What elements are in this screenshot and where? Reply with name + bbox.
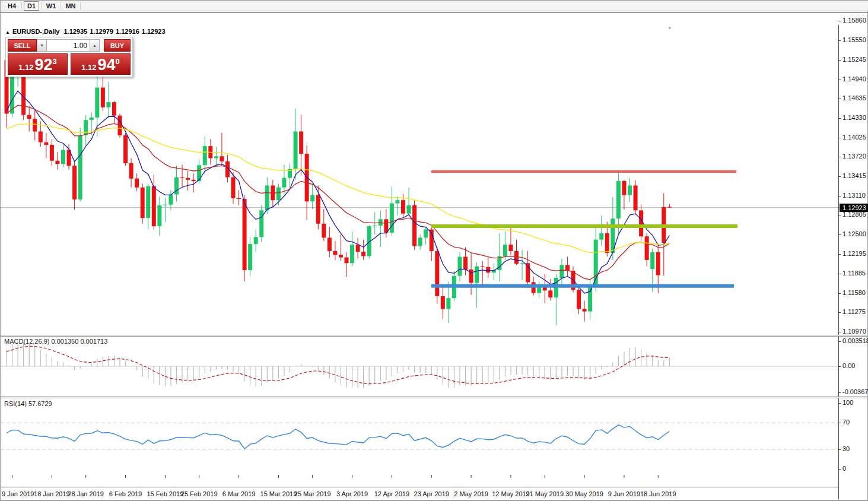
- macd-pane-splitter[interactable]: [1, 335, 867, 337]
- date-axis-label: 28 Jan 2019: [68, 490, 104, 497]
- buy-price-button[interactable]: 1.12 94 0: [71, 53, 131, 75]
- timeframe-button-d1[interactable]: D1: [24, 1, 39, 11]
- toolbar-separator: [2, 2, 2, 9]
- axis-tick: [838, 332, 841, 332]
- axis-tick: [838, 138, 841, 138]
- ohlc-high: 1.12979: [90, 28, 113, 35]
- price-axis-label: 1.14940: [842, 75, 866, 83]
- date-axis-label: 18 Jan 2019: [34, 490, 70, 497]
- price-axis-label: 1.15860: [842, 17, 866, 24]
- price-axis-label: 1.12500: [842, 230, 866, 237]
- price-axis-label: 1.13110: [842, 192, 866, 199]
- axis-tick: [838, 312, 841, 313]
- date-axis-label: 21 May 2019: [526, 490, 564, 497]
- axis-tick: [838, 366, 841, 367]
- axis-tick: [838, 196, 841, 196]
- price-axis-label: 1.11580: [842, 289, 866, 296]
- chart-shift-marker-icon[interactable]: ▼: [667, 26, 672, 31]
- axis-tick: [838, 234, 841, 235]
- date-axis-label: 6 Mar 2019: [222, 490, 256, 497]
- rsi-axis-label: 100: [842, 399, 853, 406]
- price-axis-label: 1.14635: [842, 94, 866, 102]
- sell-price-button[interactable]: 1.12 92 3: [8, 53, 68, 75]
- timeframe-button-w1[interactable]: W1: [43, 1, 59, 11]
- buy-price-pip: 0: [116, 57, 120, 66]
- ohlc-open: 1.12935: [63, 28, 87, 35]
- volume-input[interactable]: [47, 39, 90, 52]
- axis-tick: [838, 215, 841, 215]
- rsi-axis-label: 70: [842, 418, 850, 426]
- macd-axis-label: -0.00367: [842, 388, 868, 395]
- timeframe-toolbar: H4D1W1MN: [1, 1, 868, 11]
- price-axis-label: 1.15245: [842, 56, 866, 63]
- sell-price-prefix: 1.12: [18, 62, 33, 73]
- date-axis-label: 25 Mar 2019: [294, 490, 331, 497]
- price-axis-label: 1.14025: [842, 134, 866, 141]
- price-axis-line: [838, 25, 839, 499]
- date-axis-label: 12 May 2019: [492, 490, 530, 497]
- price-axis-label: 1.14330: [842, 114, 866, 121]
- rsi-label: RSI(14) 57.6729: [4, 400, 52, 407]
- date-axis-label: 12 Apr 2019: [374, 490, 409, 497]
- buy-price-prefix: 1.12: [81, 62, 96, 73]
- volume-decrease-button[interactable]: ▼: [37, 39, 47, 52]
- macd-axis-label: 0.00: [842, 362, 855, 369]
- toolbar-separator: [61, 2, 61, 9]
- axis-tick: [838, 40, 841, 41]
- axis-tick: [838, 293, 841, 294]
- date-axis-label: 15 Feb 2019: [147, 490, 184, 497]
- macd-axis-label: 0.003518: [842, 337, 868, 344]
- date-axis-label: 23 Apr 2019: [414, 490, 449, 497]
- sell-price-big: 92: [35, 58, 53, 73]
- price-axis-label: 1.13415: [842, 172, 866, 179]
- buy-price-big: 94: [98, 58, 116, 73]
- date-axis[interactable]: 9 Jan 201918 Jan 201928 Jan 20196 Feb 20…: [1, 487, 838, 499]
- axis-tick: [838, 392, 841, 393]
- sell-button[interactable]: SELL: [8, 39, 37, 52]
- date-axis-label: 30 May 2019: [565, 490, 603, 497]
- rsi-axis-label: 30: [842, 445, 850, 452]
- toolbar-separator: [80, 2, 81, 9]
- axis-tick: [838, 99, 841, 99]
- axis-tick: [838, 469, 841, 470]
- symbol-label: EURUSD-,Daily: [12, 28, 59, 35]
- sell-price-pip: 3: [53, 57, 57, 66]
- price-axis-label: 1.13720: [842, 153, 866, 160]
- timeframe-button-h4[interactable]: H4: [4, 1, 20, 11]
- macd-label: MACD(12,26,9) 0.001350 0.001713: [4, 338, 107, 345]
- ohlc-close: 1.12923: [142, 28, 166, 35]
- date-axis-label: 25 Feb 2019: [181, 490, 218, 497]
- price-axis-label: 1.12195: [842, 250, 866, 257]
- axis-tick: [838, 403, 841, 404]
- timeframe-button-mn[interactable]: MN: [63, 1, 78, 11]
- axis-tick: [838, 21, 841, 21]
- price-axis-label: 1.11885: [842, 269, 866, 277]
- axis-tick: [838, 449, 841, 450]
- rsi-axis-label: 0: [842, 465, 846, 472]
- axis-tick: [838, 423, 841, 423]
- axis-tick: [838, 118, 841, 119]
- mt4-window: H4D1W1MN ▲EURUSD-,Daily 1.129351.129791.…: [0, 0, 868, 501]
- price-axis-label: 1.15550: [842, 36, 866, 43]
- axis-tick: [838, 60, 841, 61]
- axis-tick: [838, 341, 841, 342]
- chart-frame: ▲EURUSD-,Daily 1.129351.129791.129161.12…: [1, 12, 867, 488]
- volume-increase-button[interactable]: ▲: [90, 39, 100, 52]
- price-axis-label: 1.11275: [842, 308, 866, 315]
- price-axis-label: 1.10970: [842, 328, 866, 335]
- chart-title: ▲EURUSD-,Daily 1.129351.129791.129161.12…: [5, 28, 168, 35]
- axis-tick: [838, 157, 841, 157]
- date-axis-label: 2 May 2019: [454, 490, 488, 497]
- ohlc-low: 1.12916: [116, 28, 139, 35]
- axis-tick: [838, 274, 841, 274]
- rsi-pane-splitter[interactable]: [1, 397, 867, 398]
- toolbar-separator: [21, 2, 22, 9]
- date-axis-label: 9 Jan 2019: [2, 490, 34, 497]
- collapse-icon[interactable]: ▲: [5, 30, 10, 35]
- current-price-box: 1.12923: [840, 204, 868, 212]
- toolbar-separator: [41, 2, 42, 9]
- chart-canvas[interactable]: [1, 13, 868, 501]
- date-axis-label: 6 Feb 2019: [109, 490, 142, 497]
- buy-button[interactable]: BUY: [104, 39, 131, 52]
- date-axis-label: 3 Apr 2019: [336, 490, 368, 497]
